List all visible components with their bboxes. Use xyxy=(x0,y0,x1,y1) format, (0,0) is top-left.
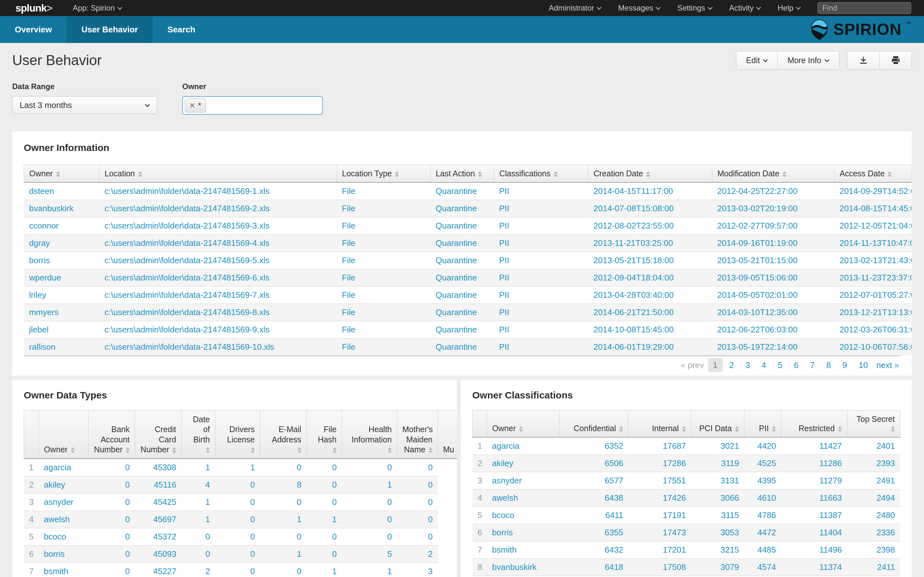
table-cell-link[interactable]: 2012-08-02T23:55:00 xyxy=(594,221,674,230)
table-cell-link[interactable]: c:\users\admin\folder\data-2147481569-5.… xyxy=(105,255,270,265)
column-header[interactable]: Owner xyxy=(24,165,99,183)
table-cell-link[interactable]: File xyxy=(342,325,355,334)
table-cell-link[interactable]: 2013-02-13T21:43:00 xyxy=(840,255,911,265)
table-cell-link[interactable]: 0 xyxy=(428,480,433,490)
table-cell-link[interactable]: Quarantine xyxy=(436,221,477,230)
table-cell-link[interactable]: jlebel xyxy=(29,325,49,334)
table-cell-link[interactable]: 0 xyxy=(250,480,255,490)
page-link[interactable]: 7 xyxy=(805,358,819,372)
table-cell-link[interactable]: 5 xyxy=(387,549,392,559)
table-cell-link[interactable]: File xyxy=(342,308,355,317)
table-cell-link[interactable]: 2014-11-13T10:47:00 xyxy=(840,238,911,248)
table-cell-link[interactable]: 0 xyxy=(125,566,129,576)
column-header[interactable]: PII xyxy=(744,411,781,438)
tab-search[interactable]: Search xyxy=(153,16,210,43)
table-cell-link[interactable]: 0 xyxy=(297,463,301,472)
table-cell-link[interactable]: 1 xyxy=(297,514,301,524)
column-header[interactable]: Credit Card Number xyxy=(135,411,182,459)
table-cell-link[interactable]: Quarantine xyxy=(436,255,477,265)
table-cell-link[interactable]: 17508 xyxy=(663,562,686,572)
table-cell-link[interactable]: 4610 xyxy=(758,493,776,503)
table-cell-link[interactable]: 11404 xyxy=(819,528,842,537)
table-cell-link[interactable]: 45372 xyxy=(153,532,176,542)
table-cell-link[interactable]: File xyxy=(342,342,355,351)
table-cell-link[interactable]: 4485 xyxy=(758,545,776,554)
table-cell-link[interactable]: 0 xyxy=(125,497,129,507)
table-cell-link[interactable]: 2012-07-01T05:27:00 xyxy=(840,290,911,300)
table-cell-link[interactable]: 2014-06-21T21:50:00 xyxy=(594,308,674,317)
table-cell-link[interactable]: 2012-09-04T18:04:00 xyxy=(594,273,674,282)
splunk-logo[interactable]: splunk> xyxy=(15,2,52,14)
table-cell-link[interactable]: 2014-08-15T14:45:00 xyxy=(840,203,911,213)
table-cell-link[interactable]: 17426 xyxy=(663,493,686,503)
table-cell-link[interactable]: 2013-04-28T03:40:00 xyxy=(594,290,674,300)
table-cell-link[interactable]: 1 xyxy=(205,463,210,472)
table-cell-link[interactable]: 11279 xyxy=(819,476,842,485)
table-cell-link[interactable]: 2014-09-16T01:19:00 xyxy=(717,238,798,248)
table-cell-link[interactable]: 11374 xyxy=(819,562,842,572)
table-cell-link[interactable]: 0 xyxy=(250,497,255,507)
table-cell-link[interactable]: 17286 xyxy=(663,458,686,468)
table-cell-link[interactable]: 2013-12-21T13:13:00 xyxy=(840,308,911,317)
table-cell-link[interactable]: 0 xyxy=(250,566,255,576)
table-cell-link[interactable]: 45227 xyxy=(153,566,176,576)
table-cell-link[interactable]: 17687 xyxy=(663,441,686,451)
table-cell-link[interactable]: Quarantine xyxy=(436,273,477,282)
table-cell-link[interactable]: 8 xyxy=(297,480,301,490)
table-cell-link[interactable]: borris xyxy=(492,528,513,537)
column-header[interactable]: Mother's Maiden Name xyxy=(397,411,438,459)
column-header[interactable]: Bank Account Number xyxy=(89,411,135,459)
owner-input[interactable]: × * xyxy=(182,96,323,115)
table-cell-link[interactable]: borris xyxy=(29,255,50,265)
page-link[interactable]: 10 xyxy=(854,358,873,372)
page-link[interactable]: 4 xyxy=(756,358,771,372)
table-cell-link[interactable]: 2401 xyxy=(877,441,895,451)
table-cell-link[interactable]: 11387 xyxy=(819,510,842,520)
table-cell-link[interactable]: 2014-06-01T19:29:00 xyxy=(594,342,674,351)
column-header[interactable]: Internal xyxy=(628,411,691,438)
column-header[interactable]: Confidential xyxy=(559,411,628,438)
page-link[interactable]: 6 xyxy=(789,358,803,372)
table-cell-link[interactable]: c:\users\admin\folder\data-2147481569-10… xyxy=(105,342,274,351)
table-cell-link[interactable]: 0 xyxy=(125,549,129,559)
table-cell-link[interactable]: 6506 xyxy=(605,458,624,468)
table-cell-link[interactable]: agarcia xyxy=(44,463,71,472)
table-cell-link[interactable]: 0 xyxy=(332,463,336,472)
table-cell-link[interactable]: c:\users\admin\folder\data-2147481569-6.… xyxy=(105,273,270,282)
table-cell-link[interactable]: asnyder xyxy=(44,497,74,507)
table-cell-link[interactable]: 2491 xyxy=(877,476,895,485)
page-link[interactable]: 2 xyxy=(724,358,738,372)
table-cell-link[interactable]: 1 xyxy=(205,514,210,524)
table-cell-link[interactable]: 0 xyxy=(125,463,129,472)
table-cell-link[interactable]: 2013-05-19T22:14:00 xyxy=(717,342,798,351)
table-cell-link[interactable]: 4525 xyxy=(758,458,776,468)
more-info-button[interactable]: More Info xyxy=(777,51,839,69)
table-cell-link[interactable]: 0 xyxy=(428,514,433,524)
table-cell-link[interactable]: 1 xyxy=(250,463,255,472)
table-cell-link[interactable]: 0 xyxy=(250,514,255,524)
table-cell-link[interactable]: 0 xyxy=(205,532,210,542)
table-cell-link[interactable]: awelsh xyxy=(44,514,70,524)
table-cell-link[interactable]: 0 xyxy=(332,549,336,559)
page-link[interactable]: 1 xyxy=(708,358,722,372)
table-cell-link[interactable]: 3021 xyxy=(720,441,739,451)
table-cell-link[interactable]: 45308 xyxy=(153,463,176,472)
column-header[interactable]: Last Action xyxy=(431,165,494,183)
table-cell-link[interactable]: 2013-03-02T20:19:00 xyxy=(717,203,798,213)
table-cell-link[interactable]: 0 xyxy=(428,463,433,472)
table-cell-link[interactable]: 1 xyxy=(297,549,301,559)
table-cell-link[interactable]: 3119 xyxy=(721,458,739,468)
table-cell-link[interactable]: 11427 xyxy=(819,441,842,451)
table-cell-link[interactable]: 0 xyxy=(332,480,336,490)
table-cell-link[interactable]: 4472 xyxy=(758,528,776,537)
table-cell-link[interactable]: bvanbuskirk xyxy=(29,203,74,213)
table-cell-link[interactable]: 2393 xyxy=(877,458,895,468)
menu-help[interactable]: Help xyxy=(778,3,801,13)
table-cell-link[interactable]: c:\users\admin\folder\data-2147481569-2.… xyxy=(105,203,270,213)
table-cell-link[interactable]: PII xyxy=(499,342,509,351)
table-cell-link[interactable]: 45116 xyxy=(153,480,176,490)
table-cell-link[interactable]: File xyxy=(342,203,355,213)
table-cell-link[interactable]: 45093 xyxy=(153,549,176,559)
table-cell-link[interactable]: bsmith xyxy=(44,566,69,576)
table-cell-link[interactable]: lriley xyxy=(29,290,46,300)
